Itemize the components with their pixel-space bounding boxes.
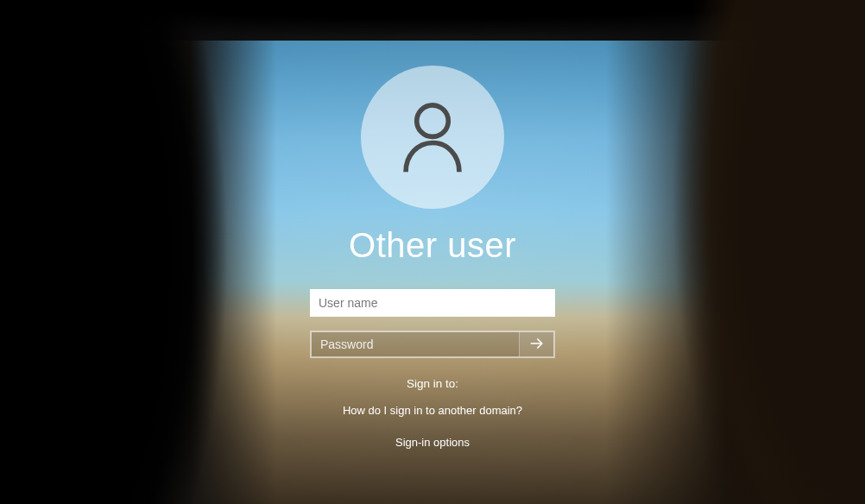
password-input[interactable] bbox=[312, 332, 519, 356]
arrow-right-icon bbox=[528, 335, 546, 355]
sign-in-options-link[interactable]: Sign-in options bbox=[395, 436, 470, 449]
user-avatar bbox=[361, 66, 504, 209]
account-name: Other user bbox=[349, 226, 516, 265]
svg-point-0 bbox=[417, 105, 449, 137]
other-domain-link[interactable]: How do I sign in to another domain? bbox=[343, 404, 522, 417]
username-input[interactable] bbox=[310, 289, 555, 317]
user-icon bbox=[394, 97, 471, 178]
username-row bbox=[310, 289, 555, 317]
submit-button[interactable] bbox=[519, 332, 553, 356]
sign-in-to-label: Sign in to: bbox=[407, 377, 458, 390]
login-panel: Other user Sign in to: How do I sign in … bbox=[0, 66, 865, 449]
password-row bbox=[310, 331, 555, 358]
